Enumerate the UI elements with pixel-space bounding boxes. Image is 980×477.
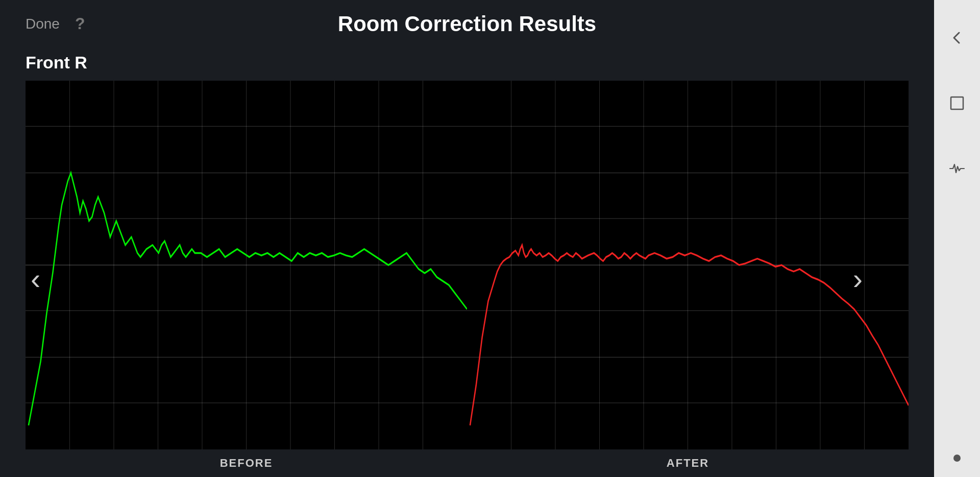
content-area: ‹ xyxy=(26,81,909,477)
svg-rect-32 xyxy=(951,97,963,109)
page-title: Room Correction Results xyxy=(338,12,596,36)
pulse-icon[interactable] xyxy=(949,151,965,186)
done-button[interactable]: Done xyxy=(26,16,60,32)
header-left: Done ? xyxy=(26,14,85,33)
after-chart-canvas xyxy=(467,81,909,449)
charts-wrapper: ‹ xyxy=(26,81,909,477)
sidebar-right xyxy=(934,0,980,477)
before-chart-canvas xyxy=(26,81,467,449)
after-label: AFTER xyxy=(467,449,909,477)
next-arrow[interactable]: › xyxy=(853,264,863,294)
before-chart-container: BEFORE xyxy=(26,81,467,477)
prev-arrow[interactable]: ‹ xyxy=(31,264,40,294)
after-chart-grid xyxy=(467,81,909,449)
main-content: Done ? Room Correction Results Front R ‹ xyxy=(0,0,934,477)
header: Done ? Room Correction Results xyxy=(26,0,909,43)
back-nav-icon[interactable] xyxy=(949,20,965,55)
square-icon[interactable] xyxy=(949,86,965,121)
before-label: BEFORE xyxy=(26,449,467,477)
help-icon[interactable]: ? xyxy=(75,14,85,33)
after-chart-container: AFTER xyxy=(467,81,909,477)
speaker-label: Front R xyxy=(26,53,909,73)
before-chart-grid xyxy=(26,81,467,449)
sidebar-indicator-dot xyxy=(953,455,961,462)
